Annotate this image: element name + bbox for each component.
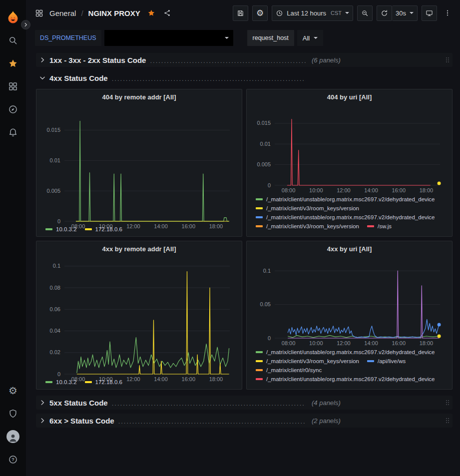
legend-item[interactable]: /sw.js [367,223,392,229]
row-dots [150,57,306,64]
panel-404-by-remote-addr: 404 by remote addr [All] 00.0050.010.015… [36,89,242,237]
row-title: 4xx Status Code [49,74,108,82]
refresh-interval-picker[interactable]: 30s [392,5,418,21]
sidebar-expand-button[interactable] [21,20,30,29]
legend-item[interactable]: 172.18.0.6 [85,226,122,232]
avatar [6,430,19,443]
legend-item[interactable]: /_matrix/client/unstable/org.matrix.msc2… [256,214,435,220]
row-5xx-status-code[interactable]: 5xx Status Code (4 panels) [36,396,453,410]
chart: 00.0050.010.01508:0010:0012:0014:0016:00… [41,104,237,224]
share-dashboard-button[interactable] [163,9,171,17]
row-panel-count: (4 panels) [312,399,341,407]
dashboard-title[interactable]: NGINX PROXY [88,9,140,17]
row-drag-handle[interactable] [444,398,453,407]
legend-label: /_matrix/client/r0/sync [266,367,322,373]
legend-item[interactable]: /_matrix/client/v3/room_keys/version [256,358,359,364]
legend-item[interactable]: /_matrix/client/unstable/org.matrix.msc2… [256,349,435,355]
panel-title[interactable]: 4xx by remote addr [All] [36,241,242,256]
svg-text:10:00: 10:00 [309,340,323,346]
row-header-left: 5xx Status Code [36,399,306,407]
star-dashboard-button[interactable] [147,9,155,17]
row-panel-count: (2 panels) [312,417,341,425]
legend-swatch [256,198,263,200]
sidebar-item-starred[interactable] [0,52,26,75]
legend-item[interactable]: 10.0.3.2 [45,379,77,385]
request-host-label[interactable]: request_host [247,30,294,46]
more-options-button[interactable] [441,5,454,21]
breadcrumb-section[interactable]: General [49,9,76,17]
legend-swatch [256,351,263,353]
dashboard-settings-button[interactable]: ⚙ [252,5,268,21]
row-title: 6xx > Status Code [49,417,114,425]
search-icon [8,35,18,45]
topbar-actions: ⚙ Last 12 hours CST 30s [233,5,454,21]
panel-body: 00.050.108:0010:0012:0014:0016:0018:00 /… [247,256,452,389]
svg-text:0: 0 [268,182,271,188]
zoom-out-button[interactable] [357,5,373,21]
chevron-down-icon [225,37,229,39]
legend-item[interactable]: /_matrix/client/v3/room_keys/version [256,205,359,211]
chart: 00.0050.010.01508:0010:0012:0014:0016:00… [252,104,447,194]
legend-item[interactable]: /api/live/ws [367,358,406,364]
sidebar-item-explore[interactable] [0,98,26,121]
sidebar-item-server-admin[interactable] [0,402,26,425]
sidebar-item-configuration[interactable]: ⚙ [0,379,26,402]
legend-item[interactable]: /_matrix/client/r0/sync [256,367,322,373]
svg-text:14:00: 14:00 [364,340,378,346]
shield-icon [8,409,18,419]
compass-icon [8,104,18,114]
panel-title[interactable]: 404 by uri [All] [247,89,452,104]
svg-text:10:00: 10:00 [309,187,323,193]
time-range-picker[interactable]: Last 12 hours CST [272,5,353,21]
svg-text:12:00: 12:00 [337,340,351,346]
tv-mode-button[interactable] [422,5,437,21]
legend-swatch [85,228,92,230]
svg-text:0.015: 0.015 [46,127,60,133]
legend-label: 10.0.3.2 [56,379,77,385]
sidebar-item-alerting[interactable] [0,121,26,144]
chevron-right-icon [39,399,46,406]
row-drag-handle[interactable] [444,416,453,425]
request-host-selected: All [303,34,310,42]
sidebar-item-profile[interactable] [0,425,26,448]
legend-item[interactable]: /_matrix/client/v3/room_keys/version [256,223,359,229]
refresh-icon [381,9,388,17]
zoom-out-icon [361,9,369,17]
sidebar-item-dashboards[interactable] [0,75,26,98]
row-4xx-status-code[interactable]: 4xx Status Code [36,71,453,85]
row-drag-handle[interactable] [444,55,453,64]
panel-title[interactable]: 404 by remote addr [All] [36,89,242,104]
request-host-value[interactable]: All [297,30,323,46]
legend-swatch [45,228,52,230]
legend-swatch [45,381,52,383]
sidebar: ⚙ ? [0,0,26,476]
refresh-controls: 30s [377,5,418,21]
svg-text:0.005: 0.005 [257,161,271,167]
legend-label: /_matrix/client/v3/room_keys/version [266,358,359,364]
panel-4xx-by-uri: 4xx by uri [All] 00.050.108:0010:0012:00… [246,241,453,390]
sidebar-item-search[interactable] [0,29,26,52]
legend-item[interactable]: 10.0.3.2 [45,226,77,232]
svg-text:0.01: 0.01 [260,141,271,147]
row-6xx-status-code[interactable]: 6xx > Status Code (2 panels) [36,414,453,428]
dashboards-grid-icon [8,81,18,91]
person-icon [7,432,18,443]
row-1xx-3xx-2xx-status-code[interactable]: 1xx - 3xx - 2xx Status Code (6 panels) [36,53,453,67]
datasource-variable-label[interactable]: DS_PROMETHEUS [35,30,101,46]
star-icon [8,58,18,68]
row-header-left: 4xx Status Code [36,74,306,82]
svg-text:08:00: 08:00 [282,340,296,346]
legend-swatch [256,216,263,218]
svg-text:0.06: 0.06 [50,306,60,312]
refresh-button[interactable] [377,5,392,21]
svg-text:0.1: 0.1 [53,263,60,269]
datasource-variable-value[interactable] [104,30,233,46]
legend-swatch [256,369,263,371]
legend-item[interactable]: /_matrix/client/unstable/org.matrix.msc2… [256,196,435,202]
apps-grid-icon [35,9,43,17]
legend-item[interactable]: /_matrix/client/unstable/org.matrix.msc2… [256,376,435,382]
panel-title[interactable]: 4xx by uri [All] [247,241,452,256]
sidebar-item-help[interactable]: ? [0,448,26,471]
save-dashboard-button[interactable] [233,5,248,21]
legend-item[interactable]: 172.18.0.6 [85,379,122,385]
